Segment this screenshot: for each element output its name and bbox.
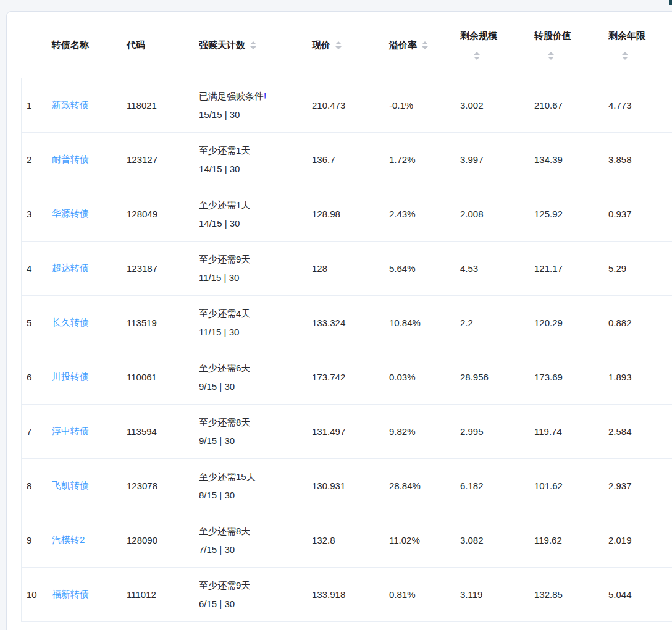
column-header-remaining-size[interactable]: 剩余规模 xyxy=(455,30,529,60)
bond-name-link[interactable]: 福新转债 xyxy=(52,589,89,599)
bond-name-link[interactable]: 超达转债 xyxy=(52,262,89,273)
sort-icon[interactable] xyxy=(548,52,554,60)
redeem-status-text: 至少还需9天 xyxy=(199,254,250,264)
premium-rate: 0.81% xyxy=(384,589,455,600)
sort-icon[interactable] xyxy=(335,41,342,49)
bond-table-card: 转债名称 代码 强赎天计数 现价 溢价率 xyxy=(6,11,672,630)
row-index: 10 xyxy=(22,589,47,600)
sort-icon[interactable] xyxy=(474,52,480,60)
caret-up-icon[interactable] xyxy=(622,52,628,55)
caret-up-icon[interactable] xyxy=(335,41,342,44)
remaining-years: 0.882 xyxy=(603,317,672,328)
premium-rate: 2.43% xyxy=(384,209,455,219)
column-header-label: 现价 xyxy=(312,40,330,51)
redeem-progress-line: 14/15 | 30 xyxy=(199,214,307,233)
bond-name-cell: 汽模转2 xyxy=(47,534,122,546)
current-price: 173.742 xyxy=(307,372,384,382)
premium-rate: -0.1% xyxy=(384,100,455,111)
caret-down-icon[interactable] xyxy=(548,57,554,60)
current-price: 128 xyxy=(307,263,384,274)
remaining-years: 5.044 xyxy=(603,589,672,600)
clipped-element-top-right xyxy=(669,0,672,5)
row-index: 3 xyxy=(22,209,47,219)
column-header-premium-rate[interactable]: 溢价率 xyxy=(384,40,455,51)
redeem-status-line: 至少还需1天 xyxy=(199,196,307,214)
conversion-value: 120.29 xyxy=(529,317,603,328)
conversion-value: 134.39 xyxy=(529,154,603,165)
table-row: 10 福新转债 111012 至少还需9天 6/15 | 30 133.918 … xyxy=(22,568,672,622)
sort-icon[interactable] xyxy=(622,52,628,60)
caret-down-icon[interactable] xyxy=(622,57,628,60)
conversion-value: 119.62 xyxy=(529,535,603,545)
bond-code: 110061 xyxy=(122,372,194,382)
bond-name-link[interactable]: 华源转债 xyxy=(52,208,89,219)
redeem-progress-line: 15/15 | 30 xyxy=(199,106,307,124)
remaining-years: 1.893 xyxy=(603,372,672,382)
caret-up-icon[interactable] xyxy=(422,41,428,44)
premium-rate: 5.64% xyxy=(384,263,455,274)
redeem-progress-line: 8/15 | 30 xyxy=(199,486,307,505)
redeem-count-cell: 至少还需9天 11/15 | 30 xyxy=(194,250,307,287)
sort-icon[interactable] xyxy=(250,41,256,49)
redeem-progress-line: 9/15 | 30 xyxy=(199,377,307,396)
column-header-label: 转股价值 xyxy=(534,30,571,42)
bond-name-link[interactable]: 新致转债 xyxy=(52,99,89,110)
caret-down-icon[interactable] xyxy=(335,46,342,49)
caret-up-icon[interactable] xyxy=(548,52,554,55)
redeem-status-line: 至少还需15天 xyxy=(199,468,307,486)
bond-name-cell: 超达转债 xyxy=(47,262,122,274)
premium-rate: 1.72% xyxy=(384,154,455,165)
column-header-redeem-count[interactable]: 强赎天计数 xyxy=(194,40,307,51)
bond-name-link[interactable]: 耐普转债 xyxy=(52,154,89,164)
bond-code: 113519 xyxy=(122,317,194,328)
bond-name-link[interactable]: 飞凯转债 xyxy=(52,480,89,490)
remaining-years: 4.773 xyxy=(603,100,672,111)
table-row: 9 汽模转2 128090 至少还需8天 7/15 | 30 132.8 11.… xyxy=(22,513,672,568)
redeem-count-cell: 至少还需4天 11/15 | 30 xyxy=(194,304,307,342)
remaining-years: 2.019 xyxy=(603,535,672,545)
column-header-current-price[interactable]: 现价 xyxy=(307,40,384,51)
redeem-progress-line: 9/15 | 30 xyxy=(199,432,307,450)
bond-name-link[interactable]: 川投转债 xyxy=(52,371,89,382)
caret-up-icon[interactable] xyxy=(474,52,480,55)
redeem-status-line: 至少还需8天 xyxy=(199,413,307,432)
remaining-size: 2.008 xyxy=(455,209,529,219)
column-header-conversion-value[interactable]: 转股价值 xyxy=(529,30,603,60)
current-price: 133.324 xyxy=(307,317,384,328)
remaining-years: 2.584 xyxy=(603,426,672,437)
bond-name-cell: 长久转债 xyxy=(47,317,122,329)
redeem-status-line: 至少还需8天 xyxy=(199,522,307,540)
remaining-size: 2.995 xyxy=(455,426,529,437)
bond-name-link[interactable]: 淳中转债 xyxy=(52,426,89,436)
redeem-count-cell: 至少还需15天 8/15 | 30 xyxy=(194,468,307,505)
bond-code: 111012 xyxy=(122,589,194,600)
caret-down-icon[interactable] xyxy=(422,46,428,49)
remaining-size: 3.119 xyxy=(455,589,529,600)
column-header-remaining-years[interactable]: 剩余年限 xyxy=(603,30,672,60)
caret-down-icon[interactable] xyxy=(474,57,480,60)
remaining-years: 2.937 xyxy=(603,481,672,491)
bond-name-link[interactable]: 汽模转2 xyxy=(52,534,85,545)
bond-name-link[interactable]: 长久转债 xyxy=(52,317,89,327)
premium-rate: 28.84% xyxy=(384,481,455,491)
redeem-status-text: 已满足强赎条件 xyxy=(199,91,264,101)
row-index: 1 xyxy=(22,100,47,111)
table-row: 2 耐普转债 123127 至少还需1天 14/15 | 30 136.7 1.… xyxy=(22,133,672,187)
premium-rate: 9.82% xyxy=(384,426,455,437)
current-price: 210.473 xyxy=(307,100,384,111)
caret-up-icon[interactable] xyxy=(250,41,256,44)
redeem-progress-line: 14/15 | 30 xyxy=(199,160,307,178)
remaining-size: 3.997 xyxy=(455,154,529,165)
caret-down-icon[interactable] xyxy=(250,46,256,49)
table-header-row: 转债名称 代码 强赎天计数 现价 溢价率 xyxy=(21,12,672,78)
redeem-status-text: 至少还需15天 xyxy=(199,471,256,482)
redeem-count-cell: 至少还需1天 14/15 | 30 xyxy=(194,141,307,178)
sort-icon[interactable] xyxy=(422,41,428,49)
table-row: 1 新致转债 118021 已满足强赎条件! 15/15 | 30 210.47… xyxy=(22,78,672,133)
bond-name-cell: 新致转债 xyxy=(47,99,122,111)
redeem-status-line: 已满足强赎条件! xyxy=(199,87,307,106)
remaining-size: 6.182 xyxy=(455,481,529,491)
redeem-status-text: 至少还需6天 xyxy=(199,363,250,373)
conversion-value: 173.69 xyxy=(529,372,603,382)
redeem-status-line: 至少还需1天 xyxy=(199,141,307,160)
